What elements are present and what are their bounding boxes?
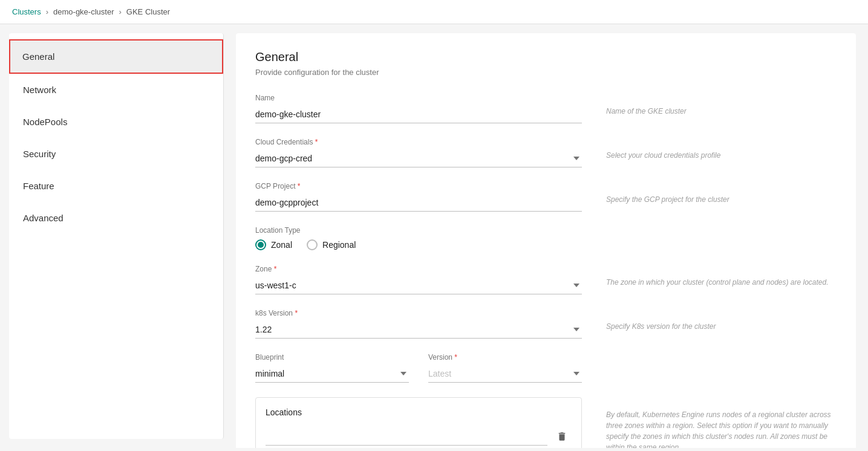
breadcrumb-cluster-name: demo-gke-cluster [53,7,114,16]
gcp-project-left: GCP Project * [255,182,582,212]
sidebar-item-nodepools[interactable]: NodePools [9,106,223,138]
blueprint-version-inline: Blueprint minimal Version * [255,353,582,383]
location-zonal-label: Zonal [271,240,292,250]
content-area: General Provide configuration for the cl… [224,24,868,448]
k8s-version-left: k8s Version * 1.22 [255,309,582,339]
k8s-version-hint: Specify K8s version for the cluster [606,309,837,332]
breadcrumb-page-name: GKE Cluster [126,7,170,16]
zone-select[interactable]: us-west1-c [255,277,582,294]
cloud-credentials-select[interactable]: demo-gcp-cred [255,150,582,167]
breadcrumb-clusters-link[interactable]: Clusters [12,7,41,16]
sidebar: General Network NodePools Security Featu… [9,33,224,439]
cloud-credentials-hint: Select your cloud credentials profile [606,138,837,161]
k8s-version-row: k8s Version * 1.22 Specify K8s version f… [255,309,837,339]
sidebar-item-feature[interactable]: Feature [9,170,223,202]
zone-label: Zone * [255,265,582,273]
breadcrumb-separator-2: › [119,7,121,16]
location-zonal-option[interactable]: Zonal [255,239,292,250]
location-regional-option[interactable]: Regional [307,239,356,250]
name-field-row: Name Name of the GKE cluster [255,94,837,123]
sidebar-item-general[interactable]: General [9,39,223,74]
page-subtitle: Provide configuration for the cluster [255,68,837,77]
locations-section: Locations + ADD LOCATION [255,397,582,448]
gcp-project-input[interactable] [255,194,582,212]
version-select[interactable]: Latest [428,365,582,382]
location-input[interactable] [266,428,547,446]
cloud-credentials-select-wrapper: demo-gcp-cred [255,150,582,167]
sidebar-item-security[interactable]: Security [9,138,223,170]
location-type-row: Location Type Zonal Regional [255,226,837,250]
page-title: General [255,50,837,64]
location-type-hint [606,226,837,238]
zone-hint: The zone in which your cluster (control … [606,265,837,288]
locations-title: Locations [266,407,572,417]
version-select-wrapper: Latest [428,365,582,383]
cloud-credentials-left: Cloud Credentials * demo-gcp-cred [255,138,582,167]
cloud-credentials-label: Cloud Credentials * [255,138,582,146]
name-hint: Name of the GKE cluster [606,94,837,117]
cloud-credentials-row: Cloud Credentials * demo-gcp-cred Select… [255,138,837,167]
k8s-version-select[interactable]: 1.22 [255,321,582,338]
name-field-left: Name [255,94,582,123]
blueprint-version-row: Blueprint minimal Version * [255,353,837,383]
zone-left: Zone * us-west1-c [255,265,582,294]
location-type-label: Location Type [255,226,582,235]
sidebar-item-network[interactable]: Network [9,74,223,106]
gcp-project-row: GCP Project * Specify the GCP project fo… [255,182,837,212]
content-card: General Provide configuration for the cl… [236,33,856,448]
breadcrumb: Clusters › demo-gke-cluster › GKE Cluste… [0,0,868,24]
k8s-version-select-wrapper: 1.22 [255,321,582,339]
zone-row: Zone * us-west1-c The zone in which your… [255,265,837,294]
location-regional-label: Regional [322,240,356,250]
location-input-row [266,427,572,446]
blueprint-select[interactable]: minimal [255,365,409,382]
sidebar-item-advanced[interactable]: Advanced [9,202,223,234]
zone-select-wrapper: us-west1-c [255,277,582,294]
delete-location-button[interactable] [552,427,572,446]
version-inner: Version * Latest [428,353,582,383]
blueprint-inner: Blueprint minimal [255,353,409,383]
location-type-left: Location Type Zonal Regional [255,226,582,250]
k8s-version-label: k8s Version * [255,309,582,317]
locations-row: Locations + ADD LOCATION By default, [255,397,837,448]
gcp-project-label: GCP Project * [255,182,582,190]
name-input[interactable] [255,106,582,123]
location-zonal-radio[interactable] [255,239,266,250]
version-label: Version * [428,353,582,362]
breadcrumb-separator-1: › [46,7,48,16]
trash-icon [556,431,567,442]
blueprint-select-wrapper: minimal [255,365,409,383]
blueprint-version-left: Blueprint minimal Version * [255,353,582,383]
location-regional-radio[interactable] [307,239,318,250]
main-layout: General Network NodePools Security Featu… [0,24,868,448]
name-label: Name [255,94,582,102]
blueprint-hint [606,353,837,365]
gcp-project-hint: Specify the GCP project for the cluster [606,182,837,205]
location-type-radio-group: Zonal Regional [255,239,582,250]
locations-left: Locations + ADD LOCATION [255,397,582,448]
blueprint-label: Blueprint [255,353,409,362]
locations-hint: By default, Kubernetes Engine runs nodes… [606,397,837,448]
